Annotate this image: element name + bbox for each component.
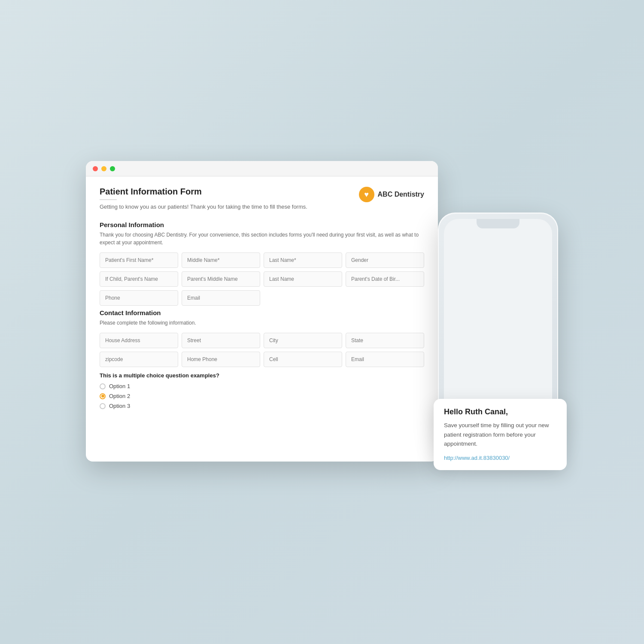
state-label: State [351,337,363,343]
state-field[interactable]: State [346,333,424,348]
patient-first-name-label: Patient's First Name* [105,257,153,263]
parent-last-name-field[interactable]: Last Name [264,271,342,287]
email-field[interactable]: Email [182,290,260,306]
house-address-label: House Address [105,337,140,343]
parent-dob-label: Parent's Date of Bir... [351,276,400,282]
chat-message: Save yourself time by filling out your n… [444,421,556,449]
phone-label: Phone [105,295,120,301]
last-name-label: Last Name* [269,257,296,263]
phone-notch [477,219,519,228]
house-address-field[interactable]: House Address [100,333,178,348]
middle-name-field[interactable]: Middle Name* [182,252,260,268]
patient-first-name-field[interactable]: Patient's First Name* [100,252,178,268]
option-3-label: Option 3 [109,403,130,409]
home-phone-label: Home Phone [187,356,217,362]
personal-row-3: Phone Email [100,290,424,306]
zipcode-label: zipcode [105,356,123,362]
browser-content: Patient Information Form Getting to know… [86,176,438,462]
parent-middle-name-field[interactable]: Parent's Middle Name [182,271,260,287]
last-name-field[interactable]: Last Name* [264,252,342,268]
personal-section: Personal Information Thank you for choos… [100,221,424,306]
gender-field[interactable]: Gender [346,252,424,268]
option-1-radio[interactable] [100,383,106,389]
parent-name-label: If Child, Parent's Name [105,276,158,282]
close-dot[interactable] [93,166,98,171]
contact-email-label: Email [351,356,364,362]
home-phone-field[interactable]: Home Phone [182,352,260,367]
brand-name: ABC Dentistry [378,191,424,198]
option-2-radio-inner [101,395,104,398]
option-1-label: Option 1 [109,383,130,389]
phone-field[interactable]: Phone [100,290,178,306]
city-label: City [269,337,278,343]
contact-row-1: House Address Street City State [100,333,424,348]
middle-name-label: Middle Name* [187,257,219,263]
cell-label: Cell [269,356,278,362]
parent-dob-field[interactable]: Parent's Date of Bir... [346,271,424,287]
contact-email-field[interactable]: Email [346,352,424,367]
street-field[interactable]: Street [182,333,260,348]
brand-icon: ♥ [359,187,374,202]
contact-section: Contact Information Please complete the … [100,309,424,367]
form-title: Patient Information Form [100,187,307,197]
option-2-row[interactable]: Option 2 [100,393,424,399]
contact-row-2: zipcode Home Phone Cell Email [100,352,424,367]
option-3-row[interactable]: Option 3 [100,403,424,409]
maximize-dot[interactable] [110,166,115,171]
scene: Patient Information Form Getting to know… [86,161,558,483]
personal-row-2: If Child, Parent's Name Parent's Middle … [100,271,424,287]
title-divider [100,199,117,200]
mc-title: This is a multiple choice question examp… [100,372,424,379]
option-2-radio[interactable] [100,393,106,399]
chat-greeting: Hello Ruth Canal, [444,407,556,416]
form-title-area: Patient Information Form Getting to know… [100,187,307,219]
zipcode-field[interactable]: zipcode [100,352,178,367]
city-field[interactable]: City [264,333,342,348]
mc-section: This is a multiple choice question examp… [100,372,424,409]
parent-last-name-label: Last Name [269,276,294,282]
email-label: Email [187,295,200,301]
form-header: Patient Information Form Getting to know… [100,187,424,219]
form-subtitle: Getting to know you as our patients! Tha… [100,204,307,210]
option-2-label: Option 2 [109,393,130,399]
minimize-dot[interactable] [101,166,106,171]
cell-field[interactable]: Cell [264,352,342,367]
street-label: Street [187,337,201,343]
browser-titlebar [86,161,438,176]
brand-area: ♥ ABC Dentistry [359,187,424,202]
personal-row-1: Patient's First Name* Middle Name* Last … [100,252,424,268]
personal-section-desc: Thank you for choosing ABC Dentistry. Fo… [100,231,424,246]
chat-link[interactable]: http://www.ad.it.83830030/ [444,455,510,461]
parent-name-field[interactable]: If Child, Parent's Name [100,271,178,287]
option-3-radio[interactable] [100,403,106,409]
contact-section-desc: Please complete the following informatio… [100,319,424,327]
browser-window: Patient Information Form Getting to know… [86,161,438,462]
personal-section-title: Personal Information [100,221,424,228]
contact-section-title: Contact Information [100,309,424,316]
parent-middle-name-label: Parent's Middle Name [187,276,238,282]
gender-label: Gender [351,257,368,263]
option-1-row[interactable]: Option 1 [100,383,424,389]
chat-card: Hello Ruth Canal, Save yourself time by … [434,399,567,470]
